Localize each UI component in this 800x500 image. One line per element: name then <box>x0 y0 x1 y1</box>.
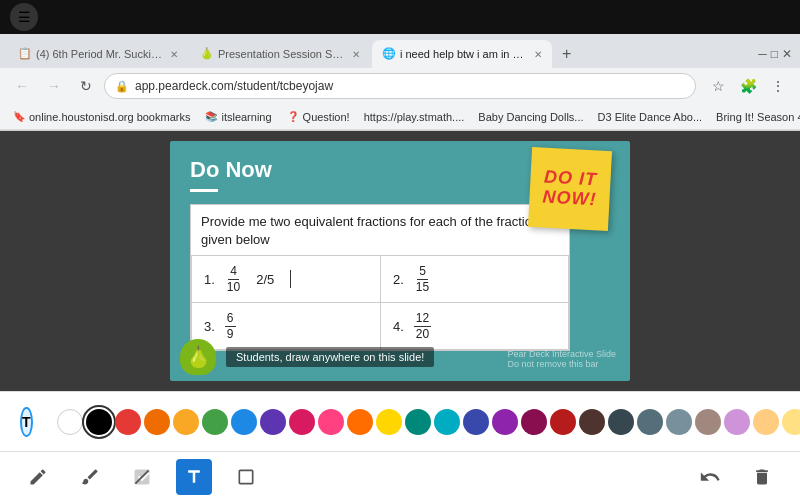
color-swatch-20[interactable] <box>637 409 663 435</box>
frac3-numerator: 6 <box>225 311 236 326</box>
tab1-close[interactable]: ✕ <box>170 49 178 60</box>
bookmark1-label: itslearning <box>221 111 271 123</box>
bookmarks-bar: 🔖 online.houstonisd.org bookmarks 📚 itsl… <box>0 104 800 130</box>
color-swatch-5[interactable] <box>202 409 228 435</box>
color-swatch-22[interactable] <box>695 409 721 435</box>
frac4-numerator: 12 <box>414 311 431 326</box>
refresh-button[interactable]: ↻ <box>72 72 100 100</box>
bookmark-4[interactable]: Baby Dancing Dolls... <box>474 109 587 125</box>
color-swatch-9[interactable] <box>318 409 344 435</box>
drawing-tools-bar <box>0 451 800 500</box>
bookmark-3[interactable]: https://play.stmath.... <box>360 109 469 125</box>
color-swatch-1[interactable] <box>86 409 112 435</box>
fraction-table: 1. 4 10 2/5 2. 5 15 <box>191 256 569 350</box>
close-button[interactable]: ✕ <box>782 47 792 61</box>
extensions-button[interactable]: 🧩 <box>734 72 762 100</box>
bookmark-0[interactable]: 🔖 online.houstonisd.org bookmarks <box>8 108 194 126</box>
tab-1[interactable]: 📋 (4) 6th Period Mr. Suckie (M... ✕ <box>8 40 188 68</box>
problem3-fraction: 6 9 <box>225 311 236 341</box>
problem2-fraction: 5 15 <box>414 264 431 294</box>
color-swatch-15[interactable] <box>492 409 518 435</box>
bookmark6-label: Bring It! Season 4 T... <box>716 111 800 123</box>
fraction-table-container: Provide me two equivalent fractions for … <box>190 204 570 351</box>
bookmark0-label: online.houstonisd.org bookmarks <box>29 111 190 123</box>
color-swatches <box>57 409 800 435</box>
url-text: app.peardeck.com/student/tcbeyojaw <box>135 79 685 93</box>
color-swatch-7[interactable] <box>260 409 286 435</box>
bookmark-5[interactable]: D3 Elite Dance Abo... <box>594 109 707 125</box>
color-swatch-17[interactable] <box>550 409 576 435</box>
pear-mascot: 🍐 <box>180 339 216 375</box>
color-swatch-21[interactable] <box>666 409 692 435</box>
color-swatch-23[interactable] <box>724 409 750 435</box>
color-swatch-24[interactable] <box>753 409 779 435</box>
tab-2[interactable]: 🍐 Presentation Session Student ✕ <box>190 40 370 68</box>
back-button[interactable]: ← <box>8 72 36 100</box>
cursor <box>290 270 291 288</box>
frac2-numerator: 5 <box>417 264 428 279</box>
bookmark-star[interactable]: ☆ <box>704 72 732 100</box>
tab3-close[interactable]: ✕ <box>534 49 542 60</box>
color-swatch-25[interactable] <box>782 409 800 435</box>
lock-icon: 🔒 <box>115 80 129 93</box>
problem1-num: 1. <box>204 272 215 287</box>
color-swatch-2[interactable] <box>115 409 141 435</box>
color-swatch-0[interactable] <box>57 409 83 435</box>
tool-size-large[interactable]: T <box>20 407 33 437</box>
line-tool[interactable] <box>124 459 160 495</box>
fraction-cell-1[interactable]: 1. 4 10 2/5 <box>191 256 380 303</box>
undo-button[interactable] <box>692 459 728 495</box>
color-swatch-12[interactable] <box>405 409 431 435</box>
color-swatch-14[interactable] <box>463 409 489 435</box>
bookmark1-icon: 📚 <box>204 110 218 124</box>
bookmark-6[interactable]: Bring It! Season 4 T... <box>712 109 800 125</box>
sticky-note: DO IT NOW! <box>528 147 612 231</box>
os-bar: ☰ <box>0 0 800 34</box>
shape-tool[interactable] <box>228 459 264 495</box>
bookmark-1[interactable]: 📚 itslearning <box>200 108 275 126</box>
tab2-label: Presentation Session Student <box>218 48 344 60</box>
new-tab-button[interactable]: + <box>554 42 579 66</box>
color-swatch-19[interactable] <box>608 409 634 435</box>
nav-bar: ← → ↻ 🔒 app.peardeck.com/student/tcbeyoj… <box>0 68 800 104</box>
color-swatch-3[interactable] <box>144 409 170 435</box>
color-toolbar: T <box>0 391 800 451</box>
problem4-fraction: 12 20 <box>414 311 431 341</box>
delete-button[interactable] <box>744 459 780 495</box>
color-swatch-10[interactable] <box>347 409 373 435</box>
color-swatch-8[interactable] <box>289 409 315 435</box>
title-underline <box>190 189 218 192</box>
forward-button[interactable]: → <box>40 72 68 100</box>
pencil-tool[interactable] <box>20 459 56 495</box>
tab2-close[interactable]: ✕ <box>352 49 360 60</box>
pen-tool[interactable] <box>72 459 108 495</box>
color-swatch-18[interactable] <box>579 409 605 435</box>
footer-text: Students, draw anywhere on this slide! <box>226 347 434 367</box>
maximize-button[interactable]: □ <box>771 47 778 61</box>
os-menu-icon[interactable]: ☰ <box>10 3 38 31</box>
tab2-favicon: 🍐 <box>200 47 214 61</box>
bookmark-2[interactable]: ❓ Question! <box>282 108 354 126</box>
color-swatch-13[interactable] <box>434 409 460 435</box>
pear-deck-label: Pear Deck Interactive Slide <box>507 349 616 359</box>
nav-actions: ☆ 🧩 ⋮ <box>704 72 792 100</box>
tab1-favicon: 📋 <box>18 47 32 61</box>
color-swatch-4[interactable] <box>173 409 199 435</box>
minimize-button[interactable]: ─ <box>758 47 767 61</box>
bookmark2-icon: ❓ <box>286 110 300 124</box>
slide-instruction: Provide me two equivalent fractions for … <box>191 205 569 256</box>
tab-3[interactable]: 🌐 i need help btw i am in middle s... ✕ <box>372 40 552 68</box>
color-swatch-16[interactable] <box>521 409 547 435</box>
browser-chrome: 📋 (4) 6th Period Mr. Suckie (M... ✕ 🍐 Pr… <box>0 34 800 131</box>
color-swatch-6[interactable] <box>231 409 257 435</box>
fraction-cell-2[interactable]: 2. 5 15 <box>380 256 569 303</box>
slide-container: Do Now DO IT NOW! Provide me two equival… <box>170 141 630 381</box>
text-tool[interactable] <box>176 459 212 495</box>
tab-bar: 📋 (4) 6th Period Mr. Suckie (M... ✕ 🍐 Pr… <box>0 34 800 68</box>
slide-footer: 🍐 Students, draw anywhere on this slide!… <box>170 339 630 375</box>
menu-button[interactable]: ⋮ <box>764 72 792 100</box>
bookmark3-label: https://play.stmath.... <box>364 111 465 123</box>
color-swatch-11[interactable] <box>376 409 402 435</box>
problem3-num: 3. <box>204 319 215 334</box>
address-bar[interactable]: 🔒 app.peardeck.com/student/tcbeyojaw <box>104 73 696 99</box>
